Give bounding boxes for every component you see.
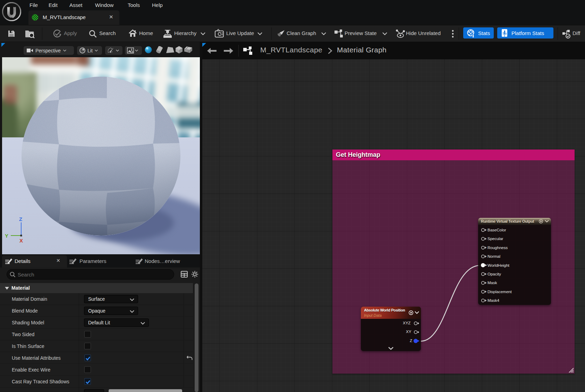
svg-text:Y: Y [5, 233, 8, 239]
svg-text:X: X [19, 238, 23, 244]
svg-text:Z: Z [19, 216, 22, 222]
